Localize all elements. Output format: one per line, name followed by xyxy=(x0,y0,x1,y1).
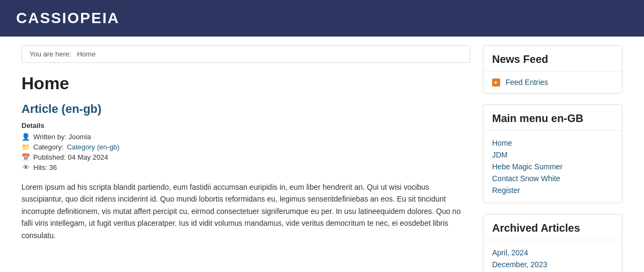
breadcrumb: You are here: Home xyxy=(21,45,470,63)
nav-link-jdm[interactable]: JDM xyxy=(492,151,508,159)
nav-item-contact-snow-white: Contact Snow White xyxy=(492,173,613,184)
nav-item-jdm: JDM xyxy=(492,149,613,161)
article-body: Lorem ipsum ad his scripta blandit parti… xyxy=(21,181,470,241)
archived-articles-title: Archived Articles xyxy=(484,214,622,240)
calendar-icon: 📅 xyxy=(21,153,30,161)
nav-item-home: Home xyxy=(492,137,613,149)
news-feed-body: ▸ Feed Entries xyxy=(484,71,622,93)
rss-icon: ▸ xyxy=(492,78,500,87)
archived-link-april[interactable]: April, 2024 xyxy=(492,248,528,257)
category-link[interactable]: Category (en-gb) xyxy=(67,143,119,151)
feed-entries-link[interactable]: ▸ Feed Entries xyxy=(492,78,613,87)
main-menu-module: Main menu en-GB Home JDM Hebe Magic Summ… xyxy=(483,104,623,203)
nav-link-home[interactable]: Home xyxy=(492,139,512,147)
sidebar: News Feed ▸ Feed Entries Main menu en-GB… xyxy=(483,45,623,272)
main-menu-body: Home JDM Hebe Magic Summer Contact Snow … xyxy=(484,131,622,203)
page-title: Home xyxy=(21,74,470,94)
category-icon: 📁 xyxy=(21,143,30,151)
details-label: Details xyxy=(21,121,470,130)
breadcrumb-current: Home xyxy=(77,50,96,58)
detail-hits: 👁 Hits: 36 xyxy=(21,163,470,171)
nav-item-register: Register xyxy=(492,184,613,196)
page-wrapper: You are here: Home Home Article (en-gb) … xyxy=(11,37,633,272)
archived-articles-module: Archived Articles April, 2024 December, … xyxy=(483,214,623,272)
category-label: Category: xyxy=(33,143,63,151)
archived-list: April, 2024 December, 2023 xyxy=(492,247,613,270)
news-feed-module: News Feed ▸ Feed Entries xyxy=(483,45,623,94)
main-menu-title: Main menu en-GB xyxy=(484,105,622,131)
article-title: Article (en-gb) xyxy=(21,102,470,116)
nav-menu: Home JDM Hebe Magic Summer Contact Snow … xyxy=(492,137,613,196)
article-title-link[interactable]: Article (en-gb) xyxy=(21,102,101,116)
site-header: CASSIOPEIA xyxy=(0,0,644,37)
archived-item-april: April, 2024 xyxy=(492,247,613,259)
detail-category: 📁 Category: Category (en-gb) xyxy=(21,143,470,151)
article: Article (en-gb) Details 👤 Written by: Jo… xyxy=(21,102,470,241)
nav-link-contact-snow-white[interactable]: Contact Snow White xyxy=(492,174,560,183)
archived-articles-body: April, 2024 December, 2023 xyxy=(484,240,622,272)
hits-icon: 👁 xyxy=(21,163,30,171)
main-content: You are here: Home Home Article (en-gb) … xyxy=(21,45,470,272)
news-feed-title: News Feed xyxy=(484,46,622,71)
detail-published: 📅 Published: 04 May 2024 xyxy=(21,153,470,161)
archived-item-december: December, 2023 xyxy=(492,259,613,270)
nav-item-hebe: Hebe Magic Summer xyxy=(492,161,613,173)
site-logo: CASSIOPEIA xyxy=(16,10,120,26)
archived-link-december[interactable]: December, 2023 xyxy=(492,260,547,269)
detail-author: 👤 Written by: Joomla xyxy=(21,133,470,141)
nav-link-register[interactable]: Register xyxy=(492,186,520,195)
author-icon: 👤 xyxy=(21,133,30,141)
breadcrumb-prefix: You are here: xyxy=(30,50,71,58)
nav-link-hebe[interactable]: Hebe Magic Summer xyxy=(492,162,563,171)
